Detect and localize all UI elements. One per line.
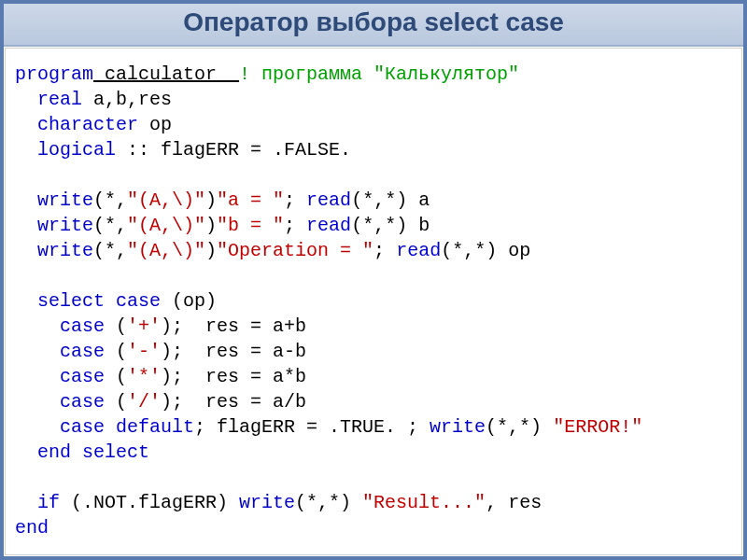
code-text: (*,*) op (441, 240, 530, 261)
keyword: write (37, 189, 93, 211)
code-text: ; (284, 189, 306, 211)
keyword: program (15, 63, 93, 85)
code-text: (op) (161, 290, 217, 312)
keyword: case (60, 391, 105, 413)
keyword: real (37, 89, 82, 110)
code-text: (*,*) (295, 492, 362, 513)
code-text: , res (486, 492, 542, 513)
code-text: a,b,res (82, 89, 172, 110)
string: "(A,\)" (127, 240, 205, 261)
code-text: (.NOT.flagERR) (60, 492, 239, 513)
keyword: select case (37, 290, 161, 312)
code-text: ( (105, 391, 127, 413)
keyword: write (430, 416, 486, 438)
code-text: ; (374, 240, 396, 261)
string: "Result..." (362, 492, 486, 513)
keyword: write (37, 240, 93, 261)
code-text: ); res = a*b (161, 366, 306, 387)
keyword: case (60, 366, 105, 387)
keyword: read (306, 189, 351, 211)
keyword: write (239, 492, 295, 513)
keyword: end (15, 517, 49, 539)
keyword: read (396, 240, 441, 261)
keyword: case default (60, 416, 194, 438)
code-text: :: flagERR = .FALSE. (116, 139, 351, 161)
string: "(A,\)" (127, 189, 205, 211)
keyword: read (306, 215, 351, 236)
code-text: ) (205, 215, 217, 236)
code-text: (*,*) b (351, 215, 430, 236)
code-text: (*, (93, 215, 127, 236)
code-text: ); res = a-b (161, 341, 306, 362)
keyword: end select (37, 441, 149, 463)
keyword: character (37, 114, 138, 135)
code-text: ( (105, 341, 127, 362)
code-text: ( (105, 366, 127, 387)
program-name: calculator (93, 63, 239, 85)
code-text: op (138, 114, 172, 135)
code-listing: program calculator ! программа "Калькуля… (15, 62, 732, 540)
code-text: (*, (93, 240, 127, 261)
code-text: ); res = a/b (161, 391, 306, 413)
string: '/' (127, 391, 161, 413)
keyword: if (37, 492, 60, 513)
title-bar: Оператор выбора select case (4, 4, 743, 47)
code-text: ); res = a+b (161, 315, 306, 337)
slide-frame: Оператор выбора select case program calc… (0, 0, 747, 560)
code-text: (*,*) (486, 416, 553, 438)
keyword: case (60, 315, 105, 337)
code-text: ) (205, 189, 217, 211)
slide-title: Оператор выбора select case (4, 9, 743, 35)
code-text: ( (105, 315, 127, 337)
keyword: write (37, 215, 93, 236)
string: "(A,\)" (127, 215, 205, 236)
string: '-' (127, 341, 161, 362)
string: '*' (127, 366, 161, 387)
code-text: (*, (93, 189, 127, 211)
string: '+' (127, 315, 161, 337)
comment: ! программа "Калькулятор" (239, 63, 519, 85)
code-text: ; (284, 215, 306, 236)
code-text: (*,*) a (351, 189, 430, 211)
code-text: ; flagERR = .TRUE. ; (194, 416, 430, 438)
string: "a = " (217, 189, 284, 211)
string: "ERROR!" (553, 416, 642, 438)
code-text: ) (205, 240, 217, 261)
string: "b = " (217, 215, 284, 236)
string: "Operation = " (217, 240, 374, 261)
keyword: case (60, 341, 105, 362)
keyword: logical (37, 139, 116, 161)
code-panel: program calculator ! программа "Калькуля… (5, 48, 742, 555)
